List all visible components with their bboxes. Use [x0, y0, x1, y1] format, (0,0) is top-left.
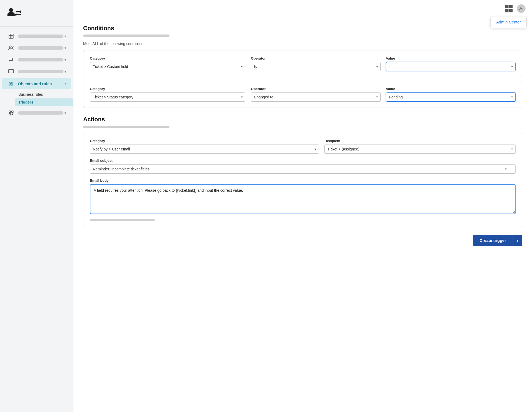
- condition2-value-label: Value: [386, 87, 516, 91]
- condition1-operator-wrapper: Is: [251, 62, 380, 71]
- svg-rect-25: [9, 114, 11, 115]
- chevron-down-icon-apps: ▾: [65, 111, 66, 115]
- actions-section: Actions Category Notify by > User email: [83, 116, 522, 227]
- condition-row-2: Category Ticket > Status category Operat…: [90, 87, 516, 102]
- sidebar-item-routing[interactable]: ▾: [2, 54, 71, 66]
- condition2-operator-wrapper: Changed to: [251, 92, 380, 102]
- action1-recipient-group: Recipient Ticket > (assignee): [324, 139, 516, 154]
- condition2-operator-select[interactable]: Changed to: [251, 92, 380, 102]
- condition2-category-label: Category: [90, 87, 245, 91]
- sub-navigation: Business rules Triggers: [0, 90, 73, 107]
- page-content: Conditions Meet ALL of the following con…: [73, 17, 532, 412]
- sidebar-navigation: ▾ ▾: [0, 27, 73, 412]
- user-avatar[interactable]: [517, 4, 526, 13]
- objects-icon: [7, 81, 15, 87]
- condition2-operator-group: Operator Changed to: [251, 87, 380, 102]
- condition1-value-group: Value -: [386, 56, 516, 71]
- nav-placeholder-workspace: [18, 70, 63, 73]
- condition-card-2: Category Ticket > Status category Operat…: [83, 81, 522, 108]
- svg-point-20: [11, 82, 13, 84]
- sidebar-item-apps[interactable]: ▾: [2, 107, 71, 119]
- condition2-value-select[interactable]: Pending: [386, 92, 516, 102]
- condition-card-1: Category Ticket > Custom field Operator …: [83, 50, 522, 77]
- dropdown-arrow-icon: ▾: [517, 238, 519, 243]
- conditions-subtitle: Meet ALL of the following conditions: [83, 42, 522, 46]
- email-subject-chevron: ▾: [505, 167, 507, 171]
- chevron-down-icon-objects: ▾: [65, 82, 66, 85]
- sidebar-item-workspace[interactable]: ▾: [2, 66, 71, 77]
- svg-rect-23: [9, 111, 11, 112]
- svg-rect-5: [9, 34, 13, 39]
- sidebar-item-objects[interactable]: Objects and rules ▾: [2, 78, 71, 89]
- email-subject-section: Email subject Reminder: Incomplete ticke…: [90, 158, 516, 174]
- people-icon: [7, 45, 15, 51]
- condition2-operator-label: Operator: [251, 87, 380, 91]
- condition2-category-wrapper: Ticket > Status category: [90, 92, 245, 102]
- admin-center-link[interactable]: Admin Center: [496, 20, 521, 24]
- footer-actions: Create trigger ▾: [83, 235, 522, 246]
- action-card-1: Category Notify by > User email Recipien…: [83, 133, 522, 227]
- email-subject-input[interactable]: Reminder: Incomplete ticket fields ▾: [90, 164, 516, 174]
- svg-rect-24: [12, 111, 13, 112]
- conditions-progress-bar: [83, 35, 170, 37]
- create-trigger-dropdown-button[interactable]: ▾: [513, 235, 522, 246]
- chevron-down-icon-people: ▾: [65, 46, 66, 50]
- chevron-down-icon-workspace: ▾: [65, 70, 66, 74]
- nav-placeholder-routing: [18, 58, 63, 61]
- condition1-operator-select[interactable]: Is: [251, 62, 380, 71]
- actions-progress-bar: [83, 126, 170, 128]
- svg-point-28: [520, 7, 522, 9]
- action1-recipient-wrapper: Ticket > (assignee): [324, 145, 516, 154]
- action1-recipient-select[interactable]: Ticket > (assignee): [324, 145, 516, 154]
- svg-rect-16: [9, 70, 13, 73]
- create-trigger-button[interactable]: Create trigger: [473, 235, 513, 246]
- condition1-category-wrapper: Ticket > Custom field: [90, 62, 245, 71]
- building-icon: [7, 33, 15, 39]
- email-body-label: Email body: [90, 178, 109, 183]
- sidebar-sub-item-triggers[interactable]: Triggers: [15, 98, 73, 106]
- svg-marker-2: [20, 10, 22, 14]
- conditions-title: Conditions: [83, 25, 522, 32]
- action1-category-label: Category: [90, 139, 319, 143]
- header: Admin Center: [73, 0, 532, 17]
- condition1-operator-label: Operator: [251, 56, 380, 60]
- action1-category-group: Category Notify by > User email: [90, 139, 319, 154]
- condition2-category-group: Category Ticket > Status category: [90, 87, 245, 102]
- admin-center-dropdown: Admin Center: [490, 16, 527, 28]
- condition2-category-select[interactable]: Ticket > Status category: [90, 92, 245, 102]
- condition1-operator-group: Operator Is: [251, 56, 380, 71]
- condition-row-1: Category Ticket > Custom field Operator …: [90, 56, 516, 71]
- routing-icon: [7, 57, 15, 63]
- grid-apps-icon[interactable]: [505, 5, 513, 12]
- avatar-icon: [519, 6, 524, 11]
- svg-point-10: [9, 46, 11, 48]
- action1-category-wrapper: Notify by > User email: [90, 145, 319, 154]
- sidebar-sub-item-business-rules[interactable]: Business rules: [15, 91, 73, 98]
- svg-point-11: [12, 46, 13, 48]
- condition1-category-select[interactable]: Ticket > Custom field: [90, 62, 245, 71]
- action1-recipient-label: Recipient: [324, 139, 516, 143]
- sidebar-item-org[interactable]: ▾: [2, 30, 71, 42]
- nav-placeholder-people: [18, 46, 63, 50]
- condition2-value-wrapper: Pending: [386, 92, 516, 102]
- condition1-value-label: Value: [386, 56, 516, 60]
- condition2-value-group: Value Pending: [386, 87, 516, 102]
- chevron-down-icon: ▾: [65, 34, 66, 38]
- email-body-textarea[interactable]: A field requires your attention. Please …: [90, 184, 516, 214]
- sidebar: ▾ ▾: [0, 0, 73, 412]
- logo-area: [0, 0, 73, 27]
- email-subject-label: Email subject: [90, 159, 113, 163]
- action1-category-select[interactable]: Notify by > User email: [90, 145, 319, 154]
- workspace-icon: [7, 69, 15, 75]
- condition1-category-label: Category: [90, 56, 245, 60]
- svg-marker-4: [15, 13, 16, 17]
- apps-icon: [7, 110, 15, 116]
- main-content: Admin Center Conditions Meet ALL of the …: [73, 0, 532, 412]
- sidebar-item-people[interactable]: ▾: [2, 42, 71, 54]
- zendesk-logo: [5, 6, 22, 20]
- condition1-value-wrapper: -: [386, 62, 516, 71]
- email-body-section: Email body A field requires your attenti…: [90, 178, 516, 215]
- condition1-value-select[interactable]: -: [386, 62, 516, 71]
- svg-marker-13: [12, 58, 13, 60]
- bottom-placeholder-bar: [90, 219, 155, 221]
